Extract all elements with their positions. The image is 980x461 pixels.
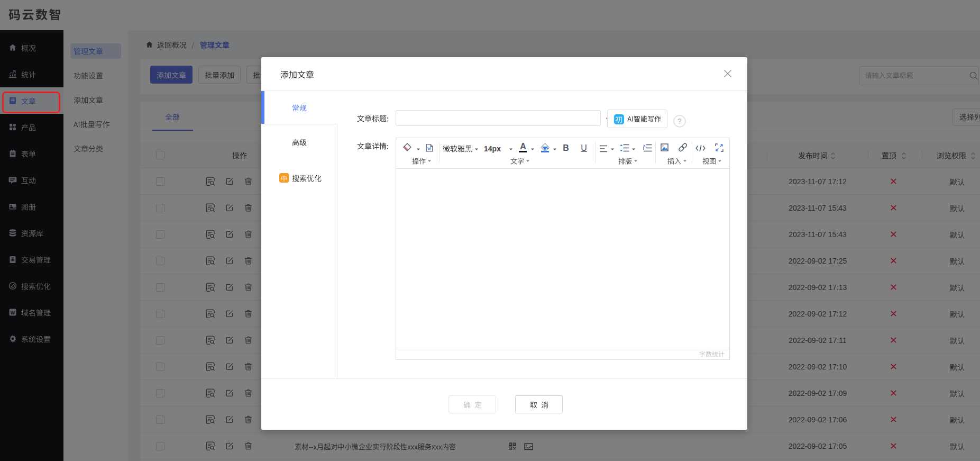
svg-text:?: ? [677,117,682,125]
